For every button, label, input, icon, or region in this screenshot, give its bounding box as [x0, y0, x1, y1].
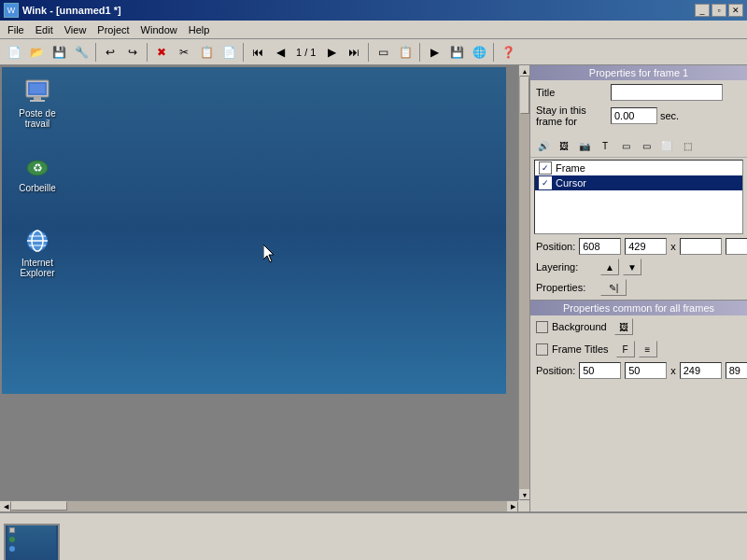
frame-1-preview	[7, 525, 56, 561]
position-y-input[interactable]	[625, 238, 667, 255]
layer-cursor[interactable]: ✓ Cursor	[535, 175, 742, 190]
common-pos-x[interactable]	[579, 362, 621, 379]
settings-button[interactable]: 🔧	[71, 42, 92, 63]
desktop-icon-recycle[interactable]: ♻ Corbeille	[9, 151, 65, 193]
audio-icon[interactable]: 🔊	[534, 136, 553, 155]
export-button[interactable]: 💾	[446, 42, 467, 63]
properties-panel-title: Properties for frame 1	[530, 65, 747, 80]
cursor-position	[263, 245, 278, 265]
properties-label: Properties:	[536, 282, 597, 293]
separator-5	[419, 43, 420, 62]
properties-row: Properties: ✎|	[530, 277, 747, 298]
video-icon[interactable]: 📷	[575, 136, 594, 155]
scroll-up-button[interactable]: ▲	[519, 65, 530, 77]
svg-rect-4	[30, 84, 45, 93]
canvas-button[interactable]: ▭	[373, 42, 393, 63]
position-x-input[interactable]	[579, 238, 621, 255]
undo-button[interactable]: ↩	[100, 42, 120, 63]
output-button[interactable]: 📋	[395, 42, 416, 63]
menu-help[interactable]: Help	[183, 22, 216, 37]
web-button[interactable]: 🌐	[469, 42, 489, 63]
canvas-scrollable: Poste de travail ♻ Corbeille	[0, 65, 518, 500]
svg-text:♻: ♻	[33, 161, 43, 175]
first-frame-button[interactable]: ⏮	[247, 42, 268, 63]
background-row: Background 🖼	[530, 315, 747, 338]
frame-titles-align-button[interactable]: ≡	[639, 341, 657, 357]
ie-label: Internet Explorer	[20, 258, 54, 278]
frame-titles-label: Frame Titles	[552, 343, 609, 355]
input-icon[interactable]: ▭	[637, 136, 655, 155]
common-pos-y2[interactable]	[726, 362, 747, 379]
window-title: Wink - [unnamed1 *]	[22, 5, 121, 16]
frames-strip: 1 ◀ ▶	[0, 511, 747, 560]
help-button[interactable]: ❓	[498, 42, 518, 63]
desktop-canvas: Poste de travail ♻ Corbeille	[2, 67, 506, 394]
cut-button[interactable]: ✂	[174, 42, 194, 63]
next-frame-button[interactable]: ▶	[321, 42, 342, 63]
menu-project[interactable]: Project	[92, 22, 134, 37]
image-icon[interactable]: 🖼	[555, 136, 573, 155]
paste-button[interactable]: 📄	[218, 42, 239, 63]
menu-window[interactable]: Window	[135, 22, 183, 37]
layer-down-button[interactable]: ▼	[623, 259, 641, 275]
restore-button[interactable]: ▫	[712, 4, 726, 17]
menu-edit[interactable]: Edit	[30, 22, 59, 37]
common-pos-y[interactable]	[625, 362, 667, 379]
open-button[interactable]: 📂	[26, 42, 47, 63]
canvas-area[interactable]: Poste de travail ♻ Corbeille	[0, 65, 530, 511]
frames-scroll-area[interactable]: 1	[0, 513, 747, 560]
common-pos-x2[interactable]	[680, 362, 722, 379]
stay-input[interactable]	[611, 107, 657, 124]
position-x2-input[interactable]	[680, 238, 722, 255]
desktop-icon-computer[interactable]: Poste de travail	[9, 77, 65, 129]
more-icon[interactable]: ⬚	[678, 136, 697, 155]
frame-titles-font-button[interactable]: F	[616, 341, 635, 357]
text-icon[interactable]: T	[596, 136, 614, 155]
frame-layer-label: Frame	[556, 162, 585, 174]
cursor-check[interactable]: ✓	[539, 176, 552, 189]
layer-up-button[interactable]: ▲	[600, 259, 619, 275]
frame-check[interactable]: ✓	[539, 161, 552, 175]
background-label: Background	[552, 321, 607, 332]
desktop-icon-ie[interactable]: Internet Explorer	[9, 226, 65, 278]
title-input[interactable]	[611, 84, 723, 101]
new-button[interactable]: 📄	[4, 42, 24, 63]
main-area: Poste de travail ♻ Corbeille	[0, 65, 747, 511]
pos-x-label: x	[670, 241, 676, 252]
save-button[interactable]: 💾	[49, 42, 69, 63]
position-y2-input[interactable]	[726, 238, 747, 255]
button-icon[interactable]: ▭	[616, 136, 635, 155]
copy-button[interactable]: 📋	[196, 42, 217, 63]
shape-icon[interactable]: ⬜	[657, 136, 676, 155]
scroll-right-button[interactable]: ▶	[507, 501, 518, 511]
canvas-hscroll[interactable]: ◀ ▶	[0, 500, 518, 511]
close-button[interactable]: ✕	[728, 4, 743, 17]
cursor-layer-label: Cursor	[556, 177, 586, 189]
common-frames-title: Properties common for all frames	[530, 301, 747, 315]
layer-frame[interactable]: ✓ Frame	[535, 161, 742, 175]
prev-frame-button[interactable]: ◀	[270, 42, 290, 63]
separator-2	[147, 43, 148, 62]
background-checkbox[interactable]	[536, 321, 548, 333]
computer-icon	[22, 77, 52, 106]
frame-1-thumb[interactable]: 1	[4, 524, 60, 561]
delete-button[interactable]: ✖	[151, 42, 172, 63]
layer-list[interactable]: ✓ Frame ✓ Cursor	[534, 160, 743, 234]
svg-rect-2	[34, 97, 41, 100]
svg-marker-12	[263, 245, 274, 262]
minimize-button[interactable]: _	[695, 4, 710, 17]
last-frame-button[interactable]: ⏭	[344, 42, 364, 63]
menu-view[interactable]: View	[59, 22, 92, 37]
redo-button[interactable]: ↪	[122, 42, 143, 63]
separator-4	[368, 43, 369, 62]
menu-bar: File Edit View Project Window Help	[0, 21, 747, 39]
background-image-button[interactable]: 🖼	[614, 318, 633, 335]
properties-edit-button[interactable]: ✎|	[600, 279, 627, 296]
play-button[interactable]: ▶	[424, 42, 444, 63]
title-bar: W Wink - [unnamed1 *] _ ▫ ✕	[0, 0, 747, 21]
menu-file[interactable]: File	[2, 22, 30, 37]
scroll-left-button[interactable]: ◀	[0, 501, 11, 511]
canvas-vscroll[interactable]: ▲ ▼	[518, 65, 529, 500]
frame-titles-checkbox[interactable]	[536, 343, 548, 356]
scroll-down-button[interactable]: ▼	[519, 489, 530, 500]
